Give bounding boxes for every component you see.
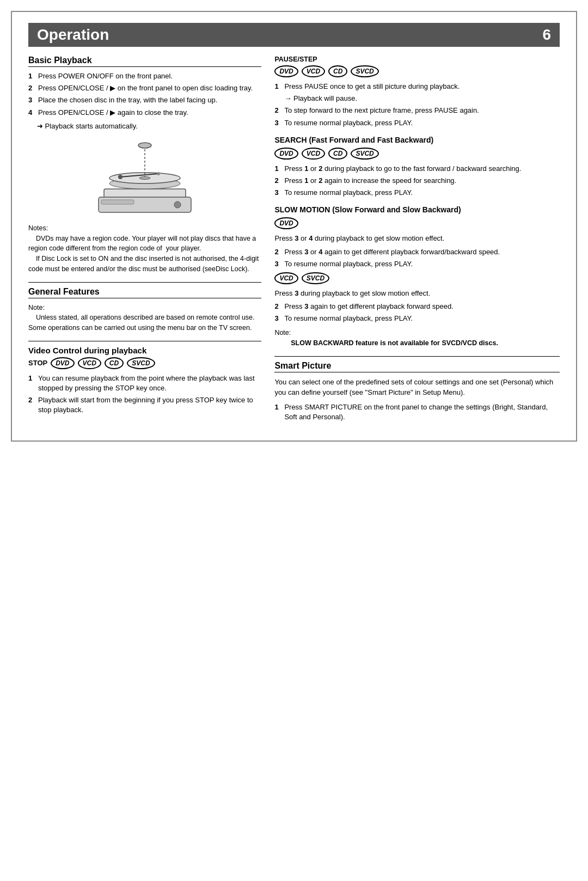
page-header: Operation 6 — [28, 23, 560, 47]
page: Operation 6 Basic Playback 1 Press POWER… — [11, 11, 577, 442]
step-text: To step forward to the next picture fram… — [284, 106, 479, 115]
step-text: Press 1 or 2 during playback to go to th… — [284, 164, 521, 174]
list-item: 2 Playback will start from the beginning… — [28, 395, 261, 415]
divider — [28, 341, 261, 341]
video-control-list: 1 You can resume playback from the point… — [28, 374, 261, 415]
dvd-badge: DVD — [274, 148, 298, 160]
step-number: 2 — [274, 106, 281, 115]
pause-step-title: PAUSE/STEP — [274, 56, 560, 63]
video-control-badges: STOP DVD VCD CD SVCD — [28, 357, 261, 369]
search-title: SEARCH (Fast Forward and Fast Backward) — [274, 136, 560, 144]
step-text: Press POWER ON/OFF on the front panel. — [38, 71, 173, 81]
svg-point-7 — [118, 175, 122, 179]
list-item: 2 Press 3 or 4 again to get different pl… — [274, 247, 560, 257]
step-text: To resume normal playback, press PLAY. — [284, 188, 413, 198]
step-number: 3 — [274, 259, 281, 269]
step-number: 1 — [274, 402, 281, 422]
list-item: 2 To step forward to the next picture fr… — [274, 106, 560, 115]
step-text: Press 3 or 4 again to get different play… — [284, 247, 500, 257]
note-body: Unless stated, all operations described … — [28, 314, 255, 332]
step-text: Playback will start from the beginning i… — [38, 395, 261, 415]
notes-block: Notes: DVDs may have a region code. Your… — [28, 223, 261, 274]
step-number: 1 — [28, 71, 35, 81]
list-item: 1 Press SMART PICTURE on the front panel… — [274, 402, 560, 422]
svcd-badge: SVCD — [351, 148, 378, 160]
step-number: 2 — [274, 302, 281, 311]
smart-picture-list: 1 Press SMART PICTURE on the front panel… — [274, 402, 560, 422]
svcd-badge: SVCD — [302, 272, 329, 284]
svcd-badge: SVCD — [351, 65, 378, 77]
slow-motion-dvd-list: 2 Press 3 or 4 again to get different pl… — [274, 247, 560, 269]
slow-motion-vcd-badges: VCD SVCD — [274, 272, 560, 284]
list-item: 3 To resume normal playback, press PLAY. — [274, 259, 560, 269]
step-number: 2 — [28, 395, 35, 415]
pause-step-list: 1 Press PAUSE once to get a still pictur… — [274, 82, 560, 128]
slow-motion-title: SLOW MOTION (Slow Forward and Slow Backw… — [274, 205, 560, 214]
svcd-badge: SVCD — [127, 357, 155, 369]
step-text: To resume normal playback, press PLAY. — [284, 314, 413, 323]
arrow-note: ➜ Playback starts automatically. — [37, 122, 261, 130]
slow-motion-vcd-list: 2 Press 3 again to get different playbac… — [274, 302, 560, 323]
smart-picture-section: Smart Picture You can select one of the … — [274, 361, 560, 422]
step-number: 2 — [28, 83, 35, 93]
svg-point-8 — [157, 172, 160, 175]
vcd-badge: VCD — [78, 357, 101, 369]
step-number: 1 — [28, 374, 35, 393]
left-column: Basic Playback 1 Press POWER ON/OFF on t… — [28, 56, 261, 430]
step-text: Press 3 again to get different playback … — [284, 302, 454, 311]
right-column: PAUSE/STEP DVD VCD CD SVCD 1 Press PAUSE… — [274, 56, 560, 430]
step-number: 2 — [274, 247, 281, 257]
note-label: Note: — [274, 329, 291, 337]
search-section: SEARCH (Fast Forward and Fast Backward) … — [274, 136, 560, 198]
cd-badge: CD — [328, 148, 347, 160]
vcd-badge: VCD — [302, 65, 325, 77]
list-item: → Playback will pause. — [274, 94, 560, 103]
arrow-note-text: ➜ Playback starts automatically. — [37, 122, 138, 130]
step-text: You can resume playback from the point w… — [38, 374, 261, 393]
list-item: 2 Press OPEN/CLOSE / ▶ on the front pane… — [28, 83, 261, 93]
basic-playback-list: 1 Press POWER ON/OFF on the front panel.… — [28, 71, 261, 118]
vcd-badge: VCD — [302, 148, 325, 160]
step-text: Press SMART PICTURE on the front panel t… — [284, 402, 560, 422]
list-item: 2 Press 1 or 2 again to increase the spe… — [274, 176, 560, 186]
divider — [28, 282, 261, 283]
list-item: 1 Press POWER ON/OFF on the front panel. — [28, 71, 261, 81]
step-number — [274, 94, 281, 103]
note-label: Note: — [28, 304, 45, 311]
list-item: 1 Press PAUSE once to get a still pictur… — [274, 82, 560, 91]
step-number: 2 — [274, 176, 281, 186]
slow-motion-vcd-text: Press 3 during playback to get slow moti… — [274, 289, 560, 298]
svg-point-3 — [139, 176, 150, 179]
search-badges: DVD VCD CD SVCD — [274, 148, 560, 160]
pause-step-section: PAUSE/STEP DVD VCD CD SVCD 1 Press PAUSE… — [274, 56, 560, 128]
dvd-badge: DVD — [274, 65, 298, 77]
smart-picture-title: Smart Picture — [274, 361, 560, 372]
disc-image — [88, 134, 202, 219]
pause-step-badges: DVD VCD CD SVCD — [274, 65, 560, 77]
page-number: 6 — [542, 26, 551, 44]
step-text: To resume normal playback, press PLAY. — [284, 118, 413, 128]
notes-body: DVDs may have a region code. Your player… — [28, 235, 259, 273]
video-control-section: Video Control during playback STOP DVD V… — [28, 346, 261, 415]
disc-image-container — [28, 134, 261, 219]
basic-playback-title: Basic Playback — [28, 56, 261, 67]
notes-title: Notes: — [28, 224, 48, 232]
page-title: Operation — [37, 26, 109, 44]
svg-point-5 — [138, 143, 151, 148]
list-item: 2 Press 3 again to get different playbac… — [274, 302, 560, 311]
list-item: 1 Press 1 or 2 during playback to go to … — [274, 164, 560, 174]
slow-motion-dvd-badges: DVD — [274, 217, 560, 229]
video-control-title: Video Control during playback — [28, 346, 261, 355]
general-features-note: Note: Unless stated, all operations desc… — [28, 303, 261, 333]
list-item: 3 Place the chosen disc in the tray, wit… — [28, 95, 261, 105]
step-number: 1 — [274, 82, 281, 91]
cd-badge: CD — [328, 65, 347, 77]
dvd-badge: DVD — [274, 217, 298, 229]
stop-badge: STOP — [28, 359, 47, 367]
step-text: Press OPEN/CLOSE / ▶ again to close the … — [38, 108, 188, 118]
step-text: Place the chosen disc in the tray, with … — [38, 95, 217, 105]
step-number: 3 — [274, 314, 281, 323]
svg-point-11 — [174, 201, 181, 208]
list-item: 3 To resume normal playback, press PLAY. — [274, 188, 560, 198]
search-list: 1 Press 1 or 2 during playback to go to … — [274, 164, 560, 198]
